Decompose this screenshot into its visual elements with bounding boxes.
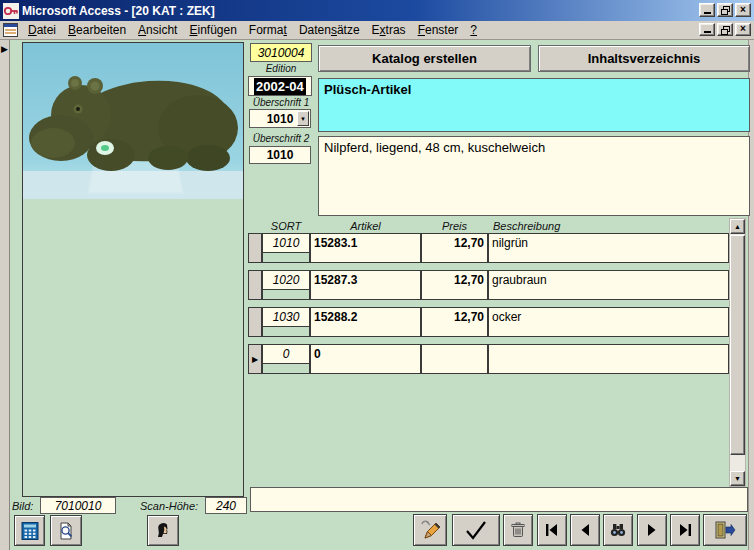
sort-cell[interactable]: 1020: [262, 270, 310, 290]
artikel-cell[interactable]: 15283.1: [310, 233, 421, 263]
col-header-sort: SORT: [262, 220, 310, 232]
minimize-icon: [704, 31, 711, 33]
print-preview-button[interactable]: [50, 515, 82, 546]
col-header-beschreibung: Beschreibung: [493, 220, 643, 232]
menu-bearbeiten[interactable]: Bearbeiten: [62, 22, 132, 39]
bild-label: Bild:: [12, 500, 38, 512]
checkmark-icon: [463, 519, 489, 541]
plush-hippo-photo: [23, 43, 243, 199]
inhaltsverzeichnis-button[interactable]: Inhaltsverzeichnis: [538, 45, 750, 72]
artikel-cell[interactable]: 0: [310, 344, 421, 374]
beschreibung-cell[interactable]: nilgrün: [488, 233, 729, 263]
restore-icon: [721, 26, 730, 35]
col-header-preis: Preis: [421, 220, 488, 232]
confirm-button[interactable]: [452, 514, 500, 546]
heading2-field[interactable]: 1010: [249, 146, 311, 164]
record-selector[interactable]: [248, 270, 262, 300]
edition-label: Edition: [250, 63, 312, 74]
restore-button[interactable]: [717, 3, 733, 17]
window-title: Microsoft Access - [20 KAT : ZEK]: [22, 4, 215, 18]
current-record-icon: ▶: [1, 44, 8, 54]
beschreibung-cell[interactable]: [488, 344, 729, 374]
period-field[interactable]: 2002-04: [248, 76, 312, 96]
undo-record-button[interactable]: [413, 514, 447, 546]
person-button[interactable]: [147, 515, 179, 546]
menu-einfuegen[interactable]: Einfügen: [183, 22, 242, 39]
child-restore-button[interactable]: [717, 23, 733, 36]
scrollbar-thumb[interactable]: [730, 235, 745, 455]
menu-datei[interactable]: Datei: [22, 22, 62, 39]
exit-form-button[interactable]: [703, 514, 747, 546]
heading1-label: Überschrift 1: [244, 97, 318, 108]
find-binoculars-icon: [609, 522, 627, 538]
col-header-artikel: Artikel: [310, 220, 421, 232]
category-field[interactable]: Plüsch-Artikel: [318, 78, 750, 132]
current-record-selector[interactable]: ▶: [248, 344, 262, 374]
subform-footer-field[interactable]: [250, 487, 748, 512]
trash-icon: [509, 521, 527, 539]
scroll-down-button[interactable]: ▼: [730, 471, 745, 486]
artikel-cell[interactable]: 15287.3: [310, 270, 421, 300]
period-selected-text: 2002-04: [254, 78, 306, 95]
menu-datensaetze[interactable]: Datensätze: [293, 22, 366, 39]
menu-format[interactable]: Format: [243, 22, 293, 39]
menu-extras[interactable]: Extras: [366, 22, 412, 39]
beschreibung-cell[interactable]: ocker: [488, 307, 729, 337]
access-window: Microsoft Access - [20 KAT : ZEK] × Date…: [0, 0, 754, 550]
next-record-icon: [645, 523, 659, 537]
sort-cell[interactable]: 0: [262, 344, 310, 364]
restore-icon: [721, 6, 730, 15]
preis-cell[interactable]: [421, 344, 488, 374]
scan-hoehe-field[interactable]: 240: [205, 497, 247, 514]
last-record-button[interactable]: [670, 514, 700, 546]
description-field[interactable]: Nilpferd, liegend, 48 cm, kuschelweich: [318, 136, 750, 216]
calculator-button[interactable]: [14, 515, 45, 546]
katalog-erstellen-button[interactable]: Katalog erstellen: [318, 45, 531, 72]
beschreibung-cell[interactable]: graubraun: [488, 270, 729, 300]
child-close-button[interactable]: ×: [735, 23, 751, 36]
close-button[interactable]: ×: [735, 3, 751, 17]
current-record-icon: ▶: [252, 355, 258, 364]
calculator-icon: [20, 521, 40, 541]
menu-bar: Datei Bearbeiten Ansicht Einfügen Format…: [0, 21, 754, 40]
sort-subcell[interactable]: [262, 290, 310, 300]
sort-cell[interactable]: 1030: [262, 307, 310, 327]
preis-cell[interactable]: 12,70: [421, 233, 488, 263]
menu-ansicht[interactable]: Ansicht: [132, 22, 183, 39]
title-bar: Microsoft Access - [20 KAT : ZEK] ×: [0, 0, 754, 21]
previous-record-icon: [578, 523, 592, 537]
menu-hilfe[interactable]: ?: [464, 22, 483, 39]
sort-subcell[interactable]: [262, 327, 310, 337]
heading2-label: Überschrift 2: [244, 133, 318, 144]
subform-scrollbar[interactable]: ▲ ▼: [729, 218, 746, 487]
artikel-cell[interactable]: 15288.2: [310, 307, 421, 337]
first-record-button[interactable]: [537, 514, 567, 546]
preis-cell[interactable]: 12,70: [421, 307, 488, 337]
sort-subcell[interactable]: [262, 364, 310, 374]
bild-field[interactable]: 7010010: [40, 497, 116, 514]
form-window-icon: [3, 23, 18, 37]
menu-fenster[interactable]: Fenster: [412, 22, 465, 39]
heading1-combo[interactable]: 1010 ▼: [249, 109, 311, 128]
product-image-frame: [22, 42, 244, 497]
form-record-selector[interactable]: ▶: [0, 40, 10, 550]
chevron-down-icon[interactable]: ▼: [297, 111, 309, 126]
find-record-button[interactable]: [603, 514, 633, 546]
scan-hoehe-label: Scan-Höhe:: [140, 500, 202, 512]
next-record-button[interactable]: [637, 514, 667, 546]
minimize-icon: [704, 12, 711, 14]
first-record-icon: [544, 523, 560, 537]
edition-field[interactable]: 3010004: [250, 43, 312, 62]
record-selector[interactable]: [248, 307, 262, 337]
record-selector[interactable]: [248, 233, 262, 263]
sort-cell[interactable]: 1010: [262, 233, 310, 253]
previous-record-button[interactable]: [570, 514, 600, 546]
sort-subcell[interactable]: [262, 253, 310, 263]
delete-record-button[interactable]: [503, 514, 533, 546]
minimize-button[interactable]: [699, 3, 715, 17]
preis-cell[interactable]: 12,70: [421, 270, 488, 300]
print-preview-icon: [56, 521, 76, 541]
access-key-icon: [3, 3, 19, 19]
child-minimize-button[interactable]: [699, 23, 715, 36]
scroll-up-button[interactable]: ▲: [730, 219, 745, 234]
